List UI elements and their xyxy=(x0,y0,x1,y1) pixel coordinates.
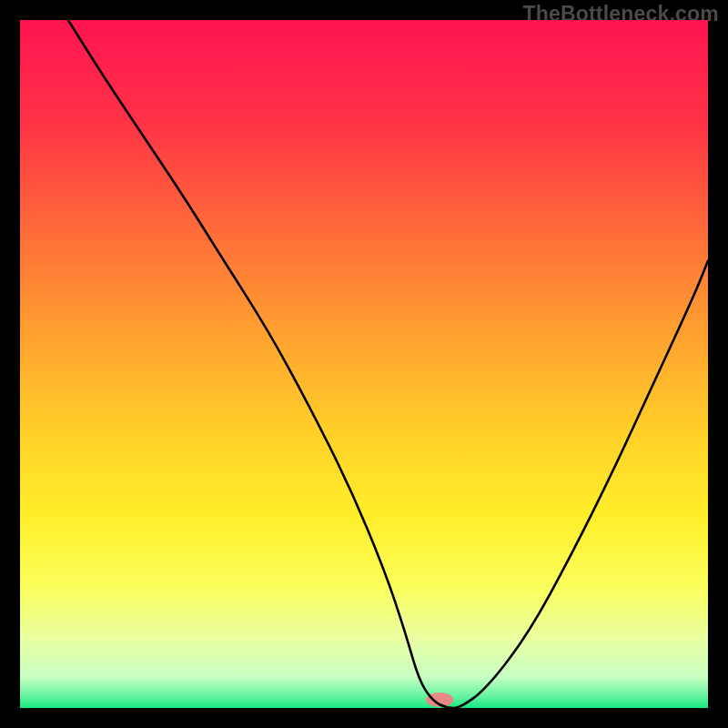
chart-frame: TheBottleneck.com xyxy=(0,0,728,728)
chart-svg xyxy=(20,20,708,708)
gradient-background xyxy=(20,20,708,708)
plot-area xyxy=(20,20,708,708)
